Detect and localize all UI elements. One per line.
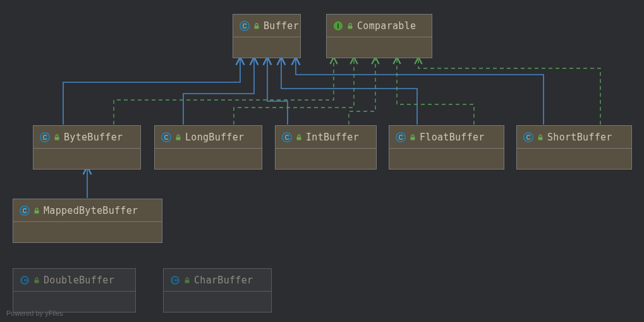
edge-longbuffer-buffer [183,57,254,125]
node-comparable[interactable]: Comparable [326,14,432,58]
node-body [155,148,262,169]
node-label: LongBuffer [185,132,244,143]
lock-icon [33,277,40,283]
lock-icon [296,134,302,140]
lock-icon [54,134,60,140]
edge-floatbuffer-comparable [397,57,474,125]
node-mappedbytebuffer[interactable]: MappedByteBuffer [13,199,162,243]
node-body [327,37,432,58]
node-label: Comparable [357,20,416,32]
class-abstract-icon [20,206,30,216]
class-icon [20,275,30,285]
lock-icon [184,277,190,283]
node-intbuffer[interactable]: IntBuffer [275,125,377,170]
node-label: ByteBuffer [64,132,123,143]
class-icon [170,275,180,285]
lock-icon [537,134,544,140]
edge-intbuffer-comparable [349,57,375,125]
lock-icon [33,207,40,214]
node-shortbuffer[interactable]: ShortBuffer [516,125,632,170]
node-label: DoubleBuffer [44,275,114,286]
edge-floatbuffer-buffer [281,57,417,125]
node-label: Buffer [264,20,299,32]
class-abstract-icon [523,132,533,142]
node-bytebuffer[interactable]: ByteBuffer [33,125,141,170]
node-body [389,148,504,169]
watermark: Powered by yFiles [6,309,63,317]
lock-icon [410,134,416,140]
node-floatbuffer[interactable]: FloatBuffer [389,125,504,170]
class-abstract-icon [40,132,50,142]
node-body [276,148,376,169]
edge-bytebuffer-comparable [114,57,334,125]
edge-longbuffer-comparable [234,57,354,125]
node-body [164,291,271,312]
lock-icon [347,23,353,29]
class-abstract-icon [240,21,250,31]
node-charbuffer[interactable]: CharBuffer [163,268,272,313]
node-body [13,221,162,242]
node-body [517,148,631,169]
edge-shortbuffer-buffer [296,57,544,125]
edge-intbuffer-buffer [267,57,288,125]
node-body [33,148,140,169]
node-label: FloatBuffer [420,132,485,143]
node-label: CharBuffer [194,275,253,286]
class-abstract-icon [396,132,406,142]
node-label: MappedByteBuffer [44,205,138,216]
class-abstract-icon [161,132,171,142]
edge-bytebuffer-buffer [63,57,240,125]
node-label: ShortBuffer [547,132,612,143]
node-doublebuffer[interactable]: DoubleBuffer [13,268,136,313]
class-abstract-icon [282,132,292,142]
lock-icon [175,134,181,140]
node-longbuffer[interactable]: LongBuffer [154,125,262,170]
node-body [233,37,300,58]
lock-icon [253,23,260,29]
interface-icon [333,21,343,31]
edge-shortbuffer-comparable [418,57,600,125]
node-buffer[interactable]: Buffer [233,14,301,58]
node-label: IntBuffer [306,132,359,143]
